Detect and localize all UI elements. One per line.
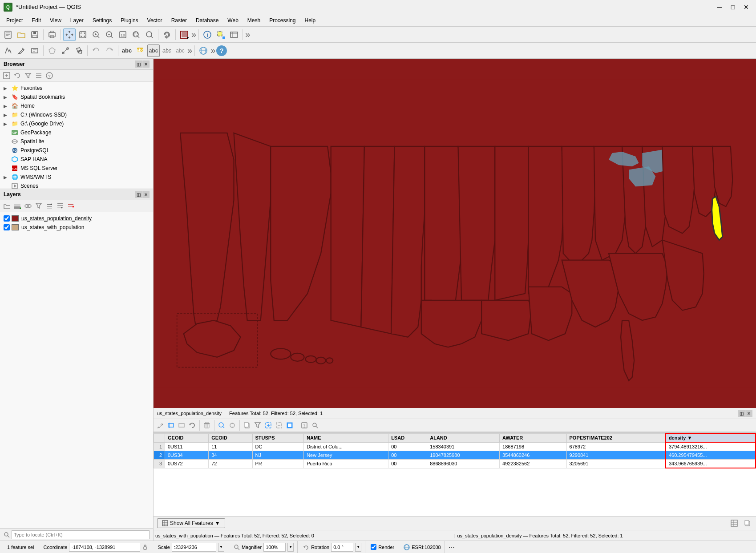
attr-footer-copy-icon[interactable] (743, 518, 752, 528)
menu-item-edit[interactable]: Edit (27, 16, 45, 25)
magnifier-dropdown[interactable]: ▼ (287, 543, 294, 552)
select-features-button[interactable] (214, 28, 227, 41)
browser-item-windows-ssd[interactable]: ▶ 📁 C:\ (Windows-SSD) (0, 110, 153, 119)
attr-table-close[interactable]: ✕ (745, 410, 752, 417)
col-density[interactable]: density ▼ (666, 433, 756, 442)
attr-field-calc-button[interactable]: ∑ (299, 420, 309, 430)
add-part-button[interactable] (73, 44, 85, 57)
zoom-out-button[interactable] (103, 28, 116, 41)
layer-item-population-density[interactable]: us_states_population_density (0, 214, 153, 223)
attr-footer-table-icon[interactable] (729, 518, 739, 528)
save-project-button[interactable] (28, 28, 41, 41)
new-project-button[interactable] (2, 28, 14, 41)
menu-item-raster[interactable]: Raster (167, 16, 191, 25)
coordinate-input[interactable] (69, 543, 140, 552)
menu-item-vector[interactable]: Vector (143, 16, 167, 25)
menu-item-plugins[interactable]: Plugins (116, 16, 142, 25)
undo-button[interactable] (90, 44, 102, 57)
label-bold-button[interactable]: abc (147, 44, 160, 57)
zoom-layer-button[interactable]: 18 (117, 28, 129, 41)
locate-input[interactable] (12, 530, 150, 539)
layers-add-button[interactable]: + (12, 201, 22, 211)
menu-item-database[interactable]: Database (191, 16, 223, 25)
menu-item-help[interactable]: Help (300, 16, 320, 25)
menu-item-project[interactable]: Project (2, 16, 27, 25)
label-style-button[interactable]: abc (161, 44, 173, 57)
more-tools-2-button[interactable]: » (245, 29, 250, 40)
open-table-button[interactable] (228, 28, 240, 41)
layer-visibility-population[interactable] (4, 224, 10, 230)
digitize-button[interactable] (2, 44, 14, 57)
browser-help-button[interactable]: ? (44, 71, 54, 81)
col-stusps[interactable]: STUSPS (252, 433, 304, 442)
layer-visibility-density[interactable] (4, 215, 10, 222)
label-color-button[interactable]: abc (134, 44, 146, 57)
menu-item-settings[interactable]: Settings (88, 16, 116, 25)
browser-filter-button[interactable] (23, 71, 33, 81)
render-checkbox[interactable] (371, 544, 376, 550)
scale-dropdown[interactable]: ▼ (218, 543, 224, 552)
maximize-button[interactable]: □ (727, 2, 739, 12)
rotation-dropdown[interactable]: ▼ (355, 543, 361, 552)
zoom-selection2-button[interactable] (143, 28, 156, 41)
layers-undock-button[interactable]: ◫ (135, 191, 142, 198)
layers-visible-button[interactable] (23, 201, 33, 211)
browser-item-wms[interactable]: ▶ 🌐 WMS/WMTS (0, 173, 153, 182)
attr-deselect-all-button[interactable] (274, 420, 284, 430)
layers-move-up-button[interactable] (44, 201, 54, 211)
identify-button[interactable]: i (201, 28, 214, 41)
attr-search-button[interactable] (310, 420, 320, 430)
magnifier-input[interactable] (263, 543, 286, 552)
node-tool-button[interactable] (59, 44, 72, 57)
map-canvas[interactable] (154, 59, 756, 408)
col-name[interactable]: NAME (304, 433, 388, 442)
minimize-button[interactable]: ─ (713, 2, 726, 12)
attr-table-undock[interactable]: ◫ (738, 410, 745, 417)
attr-filter-button[interactable] (253, 420, 263, 430)
toggle-edit-button[interactable] (15, 44, 28, 57)
attr-select-button[interactable] (166, 420, 176, 430)
browser-refresh-button[interactable] (12, 71, 22, 81)
browser-item-saphana[interactable]: ▶ SAP HANA (0, 155, 153, 164)
attr-delete-button[interactable] (202, 420, 212, 430)
attr-invert-button[interactable] (285, 420, 295, 430)
attr-select-all-button[interactable] (263, 420, 273, 430)
zoom-in-button[interactable] (90, 28, 102, 41)
layers-filter-button[interactable] (34, 201, 44, 211)
browser-item-postgresql[interactable]: ▶ PG PostgreSQL (0, 146, 153, 155)
menu-item-web[interactable]: Web (223, 16, 243, 25)
col-geoid2[interactable]: GEOID (209, 433, 252, 442)
browser-collapse-button[interactable] (34, 71, 44, 81)
col-geoid1[interactable]: GEOID (165, 433, 209, 442)
globe-button[interactable] (197, 44, 210, 57)
menu-item-processing[interactable]: Processing (265, 16, 300, 25)
browser-close-button[interactable]: ✕ (142, 61, 150, 68)
scale-input[interactable] (172, 543, 216, 552)
help-button[interactable]: ? (216, 45, 227, 56)
digitize-polygon-button[interactable] (46, 44, 58, 57)
browser-item-home[interactable]: ▶ 🏠 Home (0, 101, 153, 110)
table-row[interactable]: 20US3434NJNew Jersey00190478259803544860… (154, 451, 756, 460)
layer-style-button[interactable]: ▼ (178, 28, 190, 41)
attr-table-wrapper[interactable]: GEOID GEOID STUSPS NAME LSAD ALAND AWATE… (154, 433, 756, 516)
status-crs[interactable]: ESRI:102008 (400, 541, 445, 553)
col-awater[interactable]: AWATER (500, 433, 566, 442)
menu-item-view[interactable]: View (45, 16, 66, 25)
edit-attributes-button[interactable] (28, 44, 41, 57)
col-popestimate[interactable]: POPESTIMATE202 (566, 433, 666, 442)
attr-deselect-button[interactable] (177, 420, 186, 430)
attr-pan-selected-button[interactable] (227, 420, 237, 430)
show-all-features-button[interactable]: Show All Features ▼ (157, 518, 225, 528)
attr-edit-button[interactable] (155, 420, 165, 430)
browser-item-bookmarks[interactable]: ▶ 🔖 Spatial Bookmarks (0, 93, 153, 101)
zoom-selection-button[interactable] (130, 28, 142, 41)
col-lsad[interactable]: LSAD (388, 433, 427, 442)
layer-item-with-population[interactable]: us_states_with_population (0, 223, 153, 232)
open-project-button[interactable] (15, 28, 28, 41)
more-tools-button[interactable]: » (191, 29, 196, 40)
browser-item-google-drive[interactable]: ▶ 📁 G:\ (Google Drive) (0, 119, 153, 128)
refresh-button[interactable] (161, 28, 173, 41)
table-row[interactable]: 10US1111DCDistrict of Colu...00158340391… (154, 442, 756, 451)
attr-copy-button[interactable] (242, 420, 252, 430)
attr-zoom-selected-button[interactable] (217, 420, 226, 430)
